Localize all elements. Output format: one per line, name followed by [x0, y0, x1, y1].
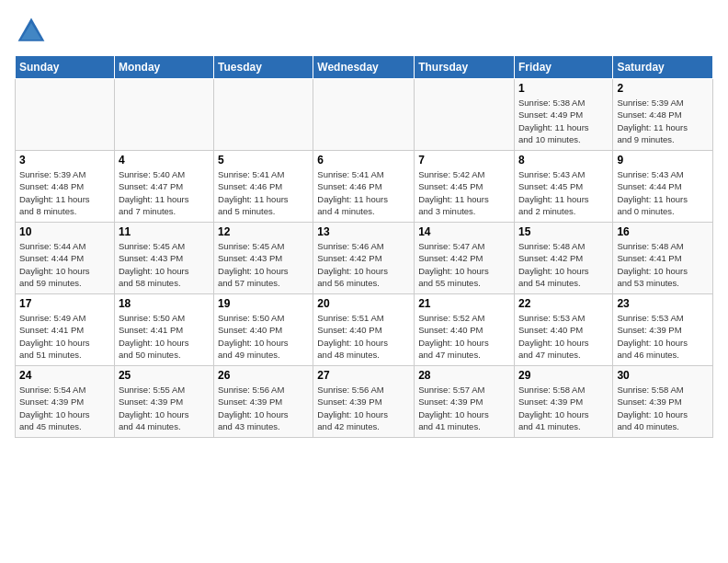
day-number: 4 — [119, 154, 210, 167]
calendar-cell: 29Sunrise: 5:58 AM Sunset: 4:39 PM Dayli… — [514, 366, 612, 438]
calendar-cell: 11Sunrise: 5:45 AM Sunset: 4:43 PM Dayli… — [114, 223, 213, 294]
calendar-cell: 10Sunrise: 5:44 AM Sunset: 4:44 PM Dayli… — [16, 223, 115, 294]
day-info: Sunrise: 5:51 AM Sunset: 4:40 PM Dayligh… — [317, 312, 410, 361]
day-info: Sunrise: 5:55 AM Sunset: 4:39 PM Dayligh… — [119, 384, 210, 432]
calendar-cell: 7Sunrise: 5:42 AM Sunset: 4:45 PM Daylig… — [415, 151, 515, 223]
day-number: 30 — [617, 369, 709, 382]
calendar-cell: 14Sunrise: 5:47 AM Sunset: 4:42 PM Dayli… — [415, 223, 515, 294]
day-number: 16 — [617, 225, 709, 238]
day-number: 26 — [218, 369, 309, 382]
day-number: 18 — [119, 297, 210, 310]
day-info: Sunrise: 5:56 AM Sunset: 4:39 PM Dayligh… — [218, 384, 309, 432]
day-info: Sunrise: 5:56 AM Sunset: 4:39 PM Dayligh… — [317, 384, 410, 432]
calendar-cell: 8Sunrise: 5:43 AM Sunset: 4:45 PM Daylig… — [514, 151, 612, 223]
calendar-week-row: 1Sunrise: 5:38 AM Sunset: 4:49 PM Daylig… — [16, 79, 713, 151]
day-info: Sunrise: 5:58 AM Sunset: 4:39 PM Dayligh… — [518, 384, 609, 432]
calendar-cell: 5Sunrise: 5:41 AM Sunset: 4:46 PM Daylig… — [214, 151, 313, 223]
day-info: Sunrise: 5:48 AM Sunset: 4:41 PM Dayligh… — [617, 240, 709, 289]
weekday-header: Tuesday — [214, 56, 313, 79]
calendar-cell: 20Sunrise: 5:51 AM Sunset: 4:40 PM Dayli… — [313, 294, 415, 366]
calendar-cell: 12Sunrise: 5:45 AM Sunset: 4:43 PM Dayli… — [214, 223, 313, 294]
day-number: 6 — [317, 154, 410, 167]
calendar-cell: 27Sunrise: 5:56 AM Sunset: 4:39 PM Dayli… — [313, 366, 415, 438]
calendar-cell: 23Sunrise: 5:53 AM Sunset: 4:39 PM Dayli… — [613, 294, 713, 366]
day-number: 27 — [317, 369, 410, 382]
calendar-cell: 21Sunrise: 5:52 AM Sunset: 4:40 PM Dayli… — [415, 294, 515, 366]
day-info: Sunrise: 5:58 AM Sunset: 4:39 PM Dayligh… — [617, 384, 709, 432]
day-number: 8 — [518, 154, 609, 167]
calendar-cell: 28Sunrise: 5:57 AM Sunset: 4:39 PM Dayli… — [415, 366, 515, 438]
day-number: 17 — [19, 297, 110, 310]
calendar-cell: 26Sunrise: 5:56 AM Sunset: 4:39 PM Dayli… — [214, 366, 313, 438]
calendar-cell — [313, 79, 415, 151]
day-number: 21 — [418, 297, 510, 310]
day-number: 15 — [518, 225, 609, 238]
day-info: Sunrise: 5:48 AM Sunset: 4:42 PM Dayligh… — [518, 240, 609, 289]
calendar-cell: 13Sunrise: 5:46 AM Sunset: 4:42 PM Dayli… — [313, 223, 415, 294]
calendar-cell: 19Sunrise: 5:50 AM Sunset: 4:40 PM Dayli… — [214, 294, 313, 366]
calendar-cell: 1Sunrise: 5:38 AM Sunset: 4:49 PM Daylig… — [514, 79, 612, 151]
weekday-header: Wednesday — [313, 56, 415, 79]
day-info: Sunrise: 5:50 AM Sunset: 4:41 PM Dayligh… — [119, 312, 210, 361]
day-info: Sunrise: 5:43 AM Sunset: 4:44 PM Dayligh… — [617, 168, 709, 217]
calendar-cell: 18Sunrise: 5:50 AM Sunset: 4:41 PM Dayli… — [114, 294, 213, 366]
day-info: Sunrise: 5:57 AM Sunset: 4:39 PM Dayligh… — [418, 384, 510, 432]
day-number: 20 — [317, 297, 410, 310]
calendar-week-row: 3Sunrise: 5:39 AM Sunset: 4:48 PM Daylig… — [16, 151, 713, 223]
calendar-cell — [415, 79, 515, 151]
calendar-cell — [114, 79, 213, 151]
day-info: Sunrise: 5:52 AM Sunset: 4:40 PM Dayligh… — [418, 312, 510, 361]
day-info: Sunrise: 5:49 AM Sunset: 4:41 PM Dayligh… — [19, 312, 110, 361]
page-header — [15, 15, 713, 48]
day-number: 10 — [19, 225, 110, 238]
day-number: 29 — [518, 369, 609, 382]
calendar-cell: 3Sunrise: 5:39 AM Sunset: 4:48 PM Daylig… — [16, 151, 115, 223]
day-number: 28 — [418, 369, 510, 382]
day-info: Sunrise: 5:39 AM Sunset: 4:48 PM Dayligh… — [617, 97, 709, 145]
logo — [15, 15, 51, 48]
weekday-header: Friday — [514, 56, 612, 79]
day-number: 5 — [218, 154, 309, 167]
day-number: 23 — [617, 297, 709, 310]
calendar-week-row: 10Sunrise: 5:44 AM Sunset: 4:44 PM Dayli… — [16, 223, 713, 294]
calendar-cell: 4Sunrise: 5:40 AM Sunset: 4:47 PM Daylig… — [114, 151, 213, 223]
calendar-cell — [214, 79, 313, 151]
day-info: Sunrise: 5:53 AM Sunset: 4:40 PM Dayligh… — [518, 312, 609, 361]
day-info: Sunrise: 5:42 AM Sunset: 4:45 PM Dayligh… — [418, 168, 510, 217]
calendar-week-row: 24Sunrise: 5:54 AM Sunset: 4:39 PM Dayli… — [16, 366, 713, 438]
day-number: 14 — [418, 225, 510, 238]
calendar-cell — [16, 79, 115, 151]
day-info: Sunrise: 5:46 AM Sunset: 4:42 PM Dayligh… — [317, 240, 410, 289]
day-number: 13 — [317, 225, 410, 238]
day-info: Sunrise: 5:40 AM Sunset: 4:47 PM Dayligh… — [119, 168, 210, 217]
calendar-cell: 17Sunrise: 5:49 AM Sunset: 4:41 PM Dayli… — [16, 294, 115, 366]
weekday-header: Saturday — [613, 56, 713, 79]
day-info: Sunrise: 5:45 AM Sunset: 4:43 PM Dayligh… — [119, 240, 210, 289]
day-info: Sunrise: 5:41 AM Sunset: 4:46 PM Dayligh… — [218, 168, 309, 217]
calendar-cell: 22Sunrise: 5:53 AM Sunset: 4:40 PM Dayli… — [514, 294, 612, 366]
calendar-week-row: 17Sunrise: 5:49 AM Sunset: 4:41 PM Dayli… — [16, 294, 713, 366]
day-info: Sunrise: 5:44 AM Sunset: 4:44 PM Dayligh… — [19, 240, 110, 289]
day-number: 2 — [617, 82, 709, 95]
calendar-cell: 30Sunrise: 5:58 AM Sunset: 4:39 PM Dayli… — [613, 366, 713, 438]
logo-icon — [15, 15, 48, 48]
day-number: 25 — [119, 369, 210, 382]
weekday-header: Thursday — [415, 56, 515, 79]
calendar-table: SundayMondayTuesdayWednesdayThursdayFrid… — [15, 55, 713, 438]
calendar-cell: 16Sunrise: 5:48 AM Sunset: 4:41 PM Dayli… — [613, 223, 713, 294]
calendar-cell: 15Sunrise: 5:48 AM Sunset: 4:42 PM Dayli… — [514, 223, 612, 294]
calendar-cell: 25Sunrise: 5:55 AM Sunset: 4:39 PM Dayli… — [114, 366, 213, 438]
day-info: Sunrise: 5:45 AM Sunset: 4:43 PM Dayligh… — [218, 240, 309, 289]
day-info: Sunrise: 5:47 AM Sunset: 4:42 PM Dayligh… — [418, 240, 510, 289]
calendar-cell: 9Sunrise: 5:43 AM Sunset: 4:44 PM Daylig… — [613, 151, 713, 223]
day-info: Sunrise: 5:50 AM Sunset: 4:40 PM Dayligh… — [218, 312, 309, 361]
calendar-cell: 24Sunrise: 5:54 AM Sunset: 4:39 PM Dayli… — [16, 366, 115, 438]
calendar-header-row: SundayMondayTuesdayWednesdayThursdayFrid… — [16, 56, 713, 79]
calendar-cell: 2Sunrise: 5:39 AM Sunset: 4:48 PM Daylig… — [613, 79, 713, 151]
day-number: 1 — [518, 82, 609, 95]
day-number: 9 — [617, 154, 709, 167]
calendar-cell: 6Sunrise: 5:41 AM Sunset: 4:46 PM Daylig… — [313, 151, 415, 223]
day-number: 12 — [218, 225, 309, 238]
day-number: 24 — [19, 369, 110, 382]
day-number: 19 — [218, 297, 309, 310]
